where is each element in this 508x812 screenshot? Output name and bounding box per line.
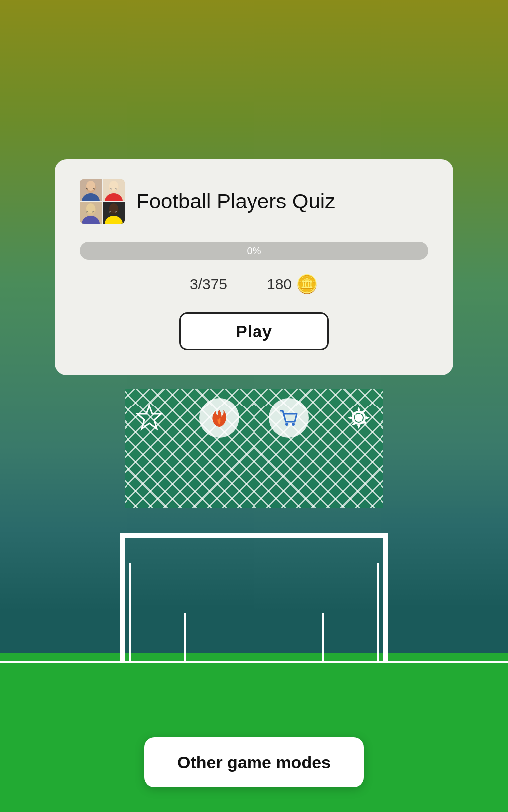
svg-point-21 bbox=[356, 415, 362, 421]
player-face-4 bbox=[103, 202, 125, 224]
player-face-1 bbox=[80, 179, 102, 201]
fire-icon bbox=[209, 408, 229, 428]
quiz-card: Football Players Quiz 0% 3/375 180 🪙 Pla… bbox=[55, 159, 453, 375]
gear-icon bbox=[345, 404, 373, 432]
quiz-title: Football Players Quiz bbox=[136, 190, 335, 213]
cart-icon bbox=[279, 408, 299, 428]
card-header: Football Players Quiz bbox=[80, 179, 428, 224]
questions-count: 3/375 bbox=[190, 276, 227, 293]
coin-icon: 🪙 bbox=[296, 274, 318, 295]
progress-text: 0% bbox=[247, 245, 261, 257]
coins-display: 180 🪙 bbox=[267, 274, 318, 295]
play-button[interactable]: Play bbox=[179, 312, 329, 350]
progress-bar-container: 0% bbox=[80, 242, 428, 260]
svg-marker-16 bbox=[137, 406, 161, 429]
icon-row bbox=[129, 398, 379, 438]
settings-button[interactable] bbox=[339, 398, 379, 438]
svg-point-18 bbox=[292, 423, 295, 426]
svg-point-17 bbox=[285, 423, 288, 426]
shop-button[interactable] bbox=[269, 398, 309, 438]
player-collage bbox=[80, 179, 125, 224]
favorites-button[interactable] bbox=[129, 398, 169, 438]
coins-value: 180 bbox=[267, 276, 292, 293]
star-icon bbox=[135, 404, 163, 432]
goalpost bbox=[120, 533, 388, 663]
svg-point-7 bbox=[109, 181, 118, 191]
player-face-2 bbox=[103, 179, 125, 201]
player-face-3 bbox=[80, 202, 102, 224]
field-grass bbox=[0, 653, 508, 812]
other-game-modes-button[interactable]: Other game modes bbox=[144, 737, 364, 787]
stats-row: 3/375 180 🪙 bbox=[80, 274, 428, 295]
hot-button[interactable] bbox=[199, 398, 239, 438]
